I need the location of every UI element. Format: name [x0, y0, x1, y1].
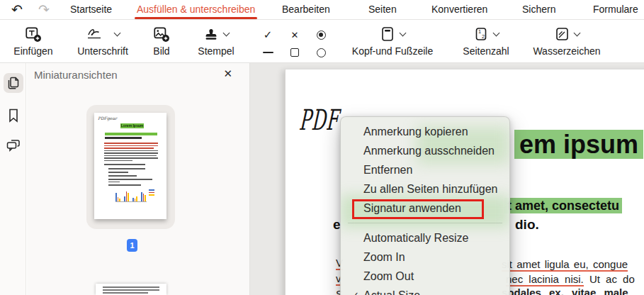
chat-bubbles-icon — [6, 138, 21, 152]
tab-bar: ↶ ↷ Startseite Ausfüllen & unterschreibe… — [0, 0, 644, 20]
thumb-chart-bars — [115, 184, 147, 202]
page-thumbnail-preview: PDFgear Lorem Ipsum — [94, 113, 166, 219]
menu-item-cut-annotation[interactable]: Anmerkung ausschneiden — [341, 141, 509, 160]
thumb-subtitle-highlight — [105, 133, 157, 135]
svg-text:1: 1 — [478, 28, 481, 35]
side-rail — [0, 63, 26, 295]
page-thumbnail-2-partial[interactable] — [96, 284, 166, 295]
chevron-down-icon — [114, 30, 121, 37]
close-icon[interactable]: ✕ — [223, 67, 232, 80]
chevron-down-icon — [223, 30, 230, 37]
thumb-logo: PDFgear — [98, 116, 117, 121]
menu-separator — [348, 223, 502, 223]
square-icon — [290, 48, 299, 57]
menu-item-automatically-resize[interactable]: Automatically Resize — [341, 228, 509, 247]
annotation-toolbar: Einfügen Unterschrift — [0, 20, 644, 63]
thumb-subtitle-line — [105, 137, 142, 139]
line-tool-button[interactable] — [259, 44, 277, 61]
doc-text-fragment-left: e — [333, 217, 341, 233]
chevron-down-icon — [400, 30, 407, 37]
header-footer-button[interactable]: Kopf-und Fußzeile — [346, 24, 439, 57]
chevron-down-icon — [493, 30, 500, 37]
radio-dot-icon — [317, 30, 326, 40]
doc-body-line-1: sit amet ligula eu, congue — [502, 258, 628, 270]
thumbnails-panel-button[interactable] — [4, 73, 23, 93]
checkmark-tool-button[interactable]: ✓ — [259, 26, 277, 43]
context-menu: Anmerkung kopieren Anmerkung ausschneide… — [340, 116, 510, 295]
checkmark-icon: ✓ — [351, 286, 359, 295]
page-thumbnail-selected[interactable]: PDFgear Lorem Ipsum — [86, 105, 175, 229]
thumb-title-highlight: Lorem Ipsum — [120, 123, 144, 128]
image-icon — [152, 24, 171, 44]
square-tool-button[interactable] — [286, 44, 304, 61]
header-footer-icon — [380, 24, 405, 44]
bookmarks-panel-button[interactable] — [4, 106, 23, 126]
tab-sichern[interactable]: Sichern — [522, 4, 555, 15]
bookmark-icon — [7, 108, 20, 123]
tab-formulare[interactable]: Formulare — [593, 4, 638, 15]
thumbnails-sidebar: Miniaturansichten ✕ PDFgear Lorem Ipsum — [27, 63, 250, 295]
signature-icon — [86, 24, 120, 44]
page-number-badge[interactable]: 1 — [127, 239, 137, 252]
line-icon — [263, 52, 273, 53]
watermark-label: Wasserzeichen — [533, 45, 600, 57]
menu-item-copy-annotation[interactable]: Anmerkung kopieren — [341, 122, 509, 141]
menu-item-zoom-in[interactable]: Zoom In — [341, 247, 509, 267]
cross-tool-button[interactable]: ✕ — [286, 26, 304, 43]
sidebar-title: Miniaturansichten — [34, 69, 118, 81]
header-footer-label: Kopf-und Fußzeile — [352, 45, 433, 57]
tab-seiten[interactable]: Seiten — [368, 4, 397, 15]
tab-ausfuellen-unterschreiben[interactable]: Ausfüllen & unterschreiben — [137, 4, 255, 15]
page-number-label: Seitenzahl — [463, 45, 509, 57]
signature-label: Unterschrift — [77, 45, 128, 57]
menu-item-apply-signature[interactable]: Signatur anwenden — [341, 199, 509, 218]
watermark-icon — [554, 24, 580, 44]
stamp-button[interactable]: Stempel — [188, 24, 244, 57]
insert-button[interactable]: Einfügen — [9, 24, 58, 57]
doc-body-line-3: sodales ex, vitae male — [502, 286, 628, 295]
doc-title-highlight: em ipsum — [514, 130, 643, 159]
stamp-label: Stempel — [198, 45, 234, 57]
pdf-editor-window: ↶ ↷ Startseite Ausfüllen & unterschreibe… — [0, 0, 644, 295]
insert-label: Einfügen — [13, 45, 52, 57]
stamp-icon — [203, 24, 229, 44]
doc-text-fragment-right: dio. — [515, 217, 539, 233]
comments-panel-button[interactable] — [4, 135, 23, 155]
image-label: Bild — [153, 45, 169, 57]
pdf-document-logo: PDF — [298, 104, 340, 136]
page-thumbnails-icon — [6, 76, 21, 90]
page-number-icon: 1 2 — [473, 24, 499, 44]
image-button[interactable]: Bild — [138, 24, 185, 57]
circle-tool-button[interactable] — [312, 44, 330, 61]
menu-item-zoom-out[interactable]: Zoom Out — [341, 267, 509, 286]
doc-highlight-line: t amet, consectetu — [504, 198, 622, 213]
tab-startseite[interactable]: Startseite — [70, 4, 112, 15]
undo-icon[interactable]: ↶ — [9, 1, 26, 18]
page-number-button[interactable]: 1 2 Seitenzahl — [446, 24, 526, 57]
menu-item-actual-size[interactable]: ✓Actual Size — [341, 286, 509, 295]
thumb-chart-legend — [149, 189, 154, 197]
redo-icon[interactable]: ↷ — [35, 1, 52, 18]
svg-text:2: 2 — [482, 33, 485, 40]
radio-dot-tool-button[interactable] — [312, 26, 330, 43]
menu-item-add-to-all-pages[interactable]: Zu allen Seiten hinzufügen — [341, 179, 509, 199]
tab-bearbeiten[interactable]: Bearbeiten — [282, 4, 330, 15]
doc-body-line-2: nec lacinia nisi. Ut ac do — [502, 273, 635, 285]
menu-item-remove[interactable]: Entfernen — [341, 160, 509, 179]
signature-button[interactable]: Unterschrift — [67, 24, 138, 57]
insert-text-icon — [24, 24, 43, 44]
chevron-down-icon — [574, 30, 581, 37]
circle-icon — [317, 48, 326, 57]
tab-konvertieren[interactable]: Konvertieren — [431, 4, 487, 15]
watermark-button[interactable]: Wasserzeichen — [526, 24, 608, 57]
